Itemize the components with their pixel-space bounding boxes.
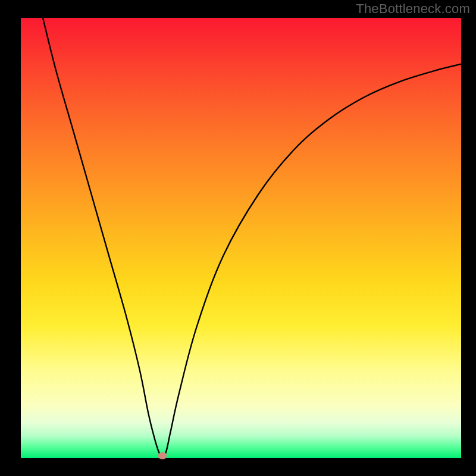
watermark-text: TheBottleneck.com bbox=[356, 1, 470, 17]
chart-frame: TheBottleneck.com bbox=[0, 0, 476, 476]
plot-area bbox=[21, 18, 461, 458]
line-chart-svg bbox=[21, 18, 461, 458]
bottleneck-curve-path bbox=[43, 18, 461, 458]
curve-minimum-marker bbox=[158, 452, 167, 459]
